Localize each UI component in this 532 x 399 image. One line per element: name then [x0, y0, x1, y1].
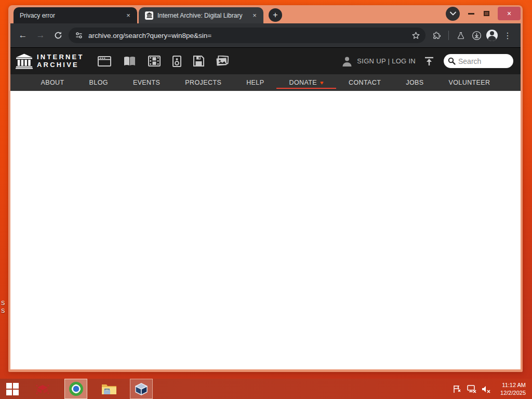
taskbar-file-explorer-icon[interactable] [98, 379, 121, 399]
tab-close-icon[interactable]: × [250, 11, 259, 20]
volume-muted-icon[interactable] [482, 385, 491, 393]
software-icon[interactable] [193, 56, 204, 66]
tab-close-icon[interactable]: × [124, 11, 133, 20]
action-center-flag-icon[interactable] [453, 385, 462, 393]
taskbar-virtualbox-icon[interactable] [130, 379, 153, 399]
back-button[interactable]: ← [16, 28, 30, 43]
nav-donate[interactable]: DONATE ♥ [276, 79, 336, 89]
signup-login-links[interactable]: SIGN UP | LOG IN [357, 57, 416, 65]
address-bar[interactable]: archive.org/search?query=win8pe&sin= [69, 28, 425, 43]
nav-jobs[interactable]: JOBS [393, 79, 436, 86]
new-tab-button[interactable]: + [269, 8, 282, 22]
tab-title: Privacy error [20, 12, 121, 19]
toolbar-divider [448, 31, 449, 40]
tab-title: Internet Archive: Digital Library [157, 12, 247, 19]
downloads-icon[interactable] [469, 28, 484, 43]
maximize-button[interactable] [484, 11, 489, 16]
images-icon[interactable] [216, 56, 229, 66]
clock-time: 11:12 AM [500, 381, 526, 389]
ia-search-box[interactable] [444, 54, 513, 68]
url-text[interactable]: archive.org/search?query=win8pe&sin= [88, 32, 407, 39]
tab-internet-archive[interactable]: Internet Archive: Digital Library × [139, 7, 263, 23]
forward-button[interactable]: → [33, 28, 48, 43]
taskbar-app-red-icon[interactable] [31, 379, 54, 399]
experiments-beaker-icon[interactable] [453, 28, 469, 43]
desktop-icon-label-fragment: S [1, 300, 5, 306]
upload-icon[interactable] [424, 56, 434, 66]
clock-date: 12/2/2025 [500, 389, 526, 397]
browser-toolbar: ← → archive.org/search?query=win8pe&sin= [10, 23, 521, 47]
minimize-button[interactable] [468, 13, 474, 15]
internet-archive-favicon [145, 11, 153, 20]
browser-window: Privacy error × Internet Archive: Digita… [8, 5, 523, 372]
nav-contact[interactable]: CONTACT [336, 79, 393, 86]
site-settings-icon[interactable] [75, 32, 83, 39]
taskbar-clock[interactable]: 11:12 AM 12/2/2025 [500, 381, 526, 397]
tab-search-button[interactable] [446, 7, 460, 21]
start-button[interactable] [1, 379, 24, 399]
search-icon [448, 57, 456, 65]
page-content-blank [10, 91, 521, 369]
nav-volunteer[interactable]: VOLUNTEER [436, 79, 503, 86]
ia-wordmark[interactable]: INTERNET ARCHIVE [37, 54, 84, 69]
tab-privacy-error[interactable]: Privacy error × [14, 7, 137, 23]
ia-header: INTERNET ARCHIVE [10, 47, 521, 74]
taskbar: 11:12 AM 12/2/2025 [0, 379, 532, 399]
nav-help[interactable]: HELP [234, 79, 276, 86]
video-icon[interactable] [148, 56, 161, 66]
desktop-wallpaper: S S Privacy error × Internet Archive: Di… [0, 0, 532, 399]
network-icon[interactable] [467, 385, 476, 393]
user-icon [341, 56, 353, 67]
nav-projects[interactable]: PROJECTS [172, 79, 234, 86]
ia-search-input[interactable] [458, 57, 506, 65]
bookmark-star-icon[interactable] [411, 31, 420, 40]
internet-archive-logo[interactable] [16, 54, 33, 69]
audio-icon[interactable] [172, 56, 181, 67]
window-close-button[interactable]: × [498, 7, 521, 20]
tab-strip: Privacy error × Internet Archive: Digita… [10, 5, 521, 23]
ia-media-bar [98, 56, 229, 67]
system-tray: 11:12 AM 12/2/2025 [453, 381, 532, 397]
profile-avatar-icon[interactable] [484, 28, 500, 43]
chrome-icon [69, 382, 83, 396]
nav-about[interactable]: ABOUT [28, 79, 76, 86]
taskbar-chrome-icon[interactable] [64, 379, 87, 399]
web-icon[interactable] [98, 56, 111, 66]
desktop-icon-label-fragment: S [1, 308, 5, 314]
ia-nav: ABOUT BLOG EVENTS PROJECTS HELP DONATE ♥… [10, 74, 521, 91]
nav-blog[interactable]: BLOG [77, 79, 121, 86]
reload-button[interactable] [51, 28, 65, 43]
nav-events[interactable]: EVENTS [121, 79, 172, 86]
extensions-icon[interactable] [429, 28, 444, 43]
heart-icon: ♥ [320, 79, 324, 86]
windows-logo-icon [6, 383, 19, 395]
texts-icon[interactable] [123, 56, 136, 66]
browser-menu-icon[interactable]: ⋮ [500, 28, 515, 43]
